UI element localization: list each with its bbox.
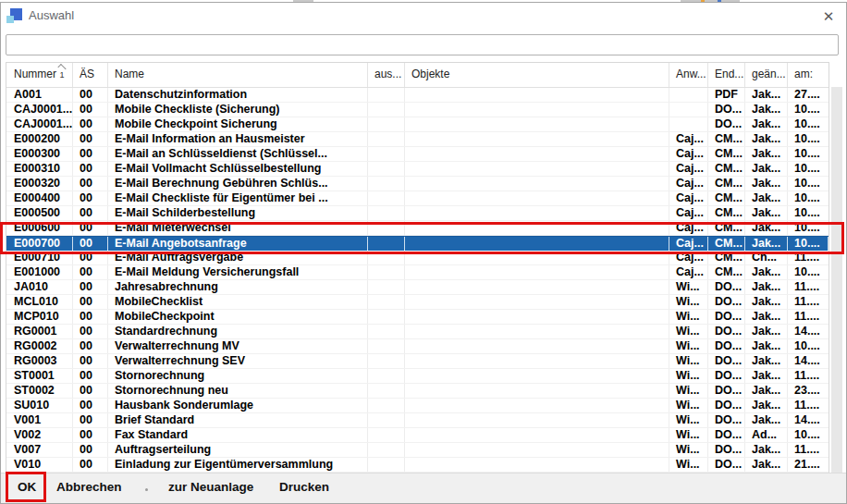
cell-geaen: Jak... (745, 280, 788, 294)
cell-aus (368, 399, 405, 412)
cell-objekte (405, 428, 669, 442)
table-row[interactable]: MCP010 00 MobileCheckpoint Wi... DO... J… (6, 310, 829, 325)
template-table: Nummer 1 ÄS Name aus... Objekte Anw... E… (6, 62, 829, 473)
column-header-am[interactable]: am: (788, 63, 829, 87)
table-row[interactable]: SU010 00 Hausbank Sonderumlage Wi... DO.… (6, 399, 829, 413)
cell-nummer: V001 (6, 413, 73, 427)
close-icon[interactable]: ✕ (818, 6, 839, 27)
table-row[interactable]: A001 00 Datenschutzinformation PDF Jak..… (6, 88, 829, 103)
column-header-label: Nummer (14, 68, 56, 80)
print-button[interactable]: Drucken (279, 480, 329, 494)
table-row[interactable]: CAJ0001... 00 Mobile Checkliste (Sicheru… (6, 103, 829, 117)
table-row[interactable]: V010 00 Einladung zur Eigentümerversamml… (6, 458, 829, 473)
new-entry-button[interactable]: zur Neuanlage (168, 480, 253, 494)
cell-geaen: Jak... (745, 458, 788, 472)
cell-geaen: Jak... (745, 206, 788, 220)
cell-nummer: ST0002 (6, 384, 73, 398)
table-row[interactable]: CAJ0001... 00 Mobile Checkpoint Sicherun… (6, 117, 829, 132)
cell-objekte (405, 399, 669, 412)
cell-nummer: E000200 (6, 132, 73, 146)
table-row[interactable]: E000710 00 E-Mail Auftragsvergabe Caj...… (6, 251, 829, 265)
cell-aus (368, 458, 405, 472)
table-row[interactable]: E000500 00 E-Mail Schilderbestellung Caj… (6, 206, 829, 221)
column-header-nummer[interactable]: Nummer 1 (6, 63, 73, 87)
table-row[interactable]: E000400 00 E-Mail Checkliste für Eigentü… (6, 191, 829, 206)
cell-anw: Caj... (669, 206, 708, 220)
table-row[interactable]: ST0002 00 Stornorechnung neu Wi... DO...… (6, 384, 829, 399)
cell-am: 14.... (788, 413, 829, 427)
column-header-aus[interactable]: aus... (368, 63, 405, 87)
cell-anw: Caj... (669, 162, 708, 176)
cell-anw: Caj... (669, 191, 708, 205)
table-row[interactable]: ST0001 00 Stornorechnung Wi... DO... Jak… (6, 369, 829, 384)
table-row[interactable]: E000600 00 E-Mail Mieterwechsel Caj... C… (6, 221, 829, 236)
table-row[interactable]: RG0003 00 Verwalterrechnung SEV Wi... DO… (6, 354, 829, 369)
table-row[interactable]: E001000 00 E-Mail Meldung Versicherungsf… (6, 265, 829, 280)
cell-geaen: Ch... (745, 251, 788, 264)
table-row[interactable]: E000310 00 E-Mail Vollmacht Schlüsselbes… (6, 162, 829, 177)
cell-objekte (405, 310, 669, 324)
table-row[interactable]: E000200 00 E-Mail Information an Hausmei… (6, 132, 829, 147)
cell-am: 10.... (788, 103, 829, 117)
cell-nummer: A001 (6, 88, 73, 102)
column-header-aes[interactable]: ÄS (73, 63, 108, 87)
cell-geaen: Jak... (745, 221, 788, 235)
cell-geaen: Jak... (745, 177, 788, 191)
cell-nummer: MCL010 (6, 295, 73, 309)
cell-nummer: E000500 (6, 206, 73, 220)
cell-nummer: CAJ0001... (6, 103, 73, 117)
table-row[interactable]: E000300 00 E-Mail an Schlüsseldienst (Sc… (6, 147, 829, 162)
titlebar: Auswahl ✕ (1, 3, 846, 31)
cell-geaen: Jak... (745, 147, 788, 161)
table-row[interactable]: V002 00 Fax Standard Wi... DO... Ad... 1… (6, 428, 829, 443)
table-row[interactable]: V007 00 Auftragserteilung Wi... DO... Ja… (6, 443, 829, 458)
column-header-anw[interactable]: Anw... (669, 63, 708, 87)
cell-anw: Wi... (669, 295, 708, 309)
cell-name: E-Mail Vollmacht Schlüsselbestellung (108, 162, 368, 176)
table-row[interactable]: V001 00 Brief Standard Wi... DO... Jak..… (6, 413, 829, 428)
cell-anw: Wi... (669, 369, 708, 383)
cell-aus (368, 295, 405, 309)
cell-nummer: V010 (6, 458, 73, 472)
cell-anw: Wi... (669, 384, 708, 398)
cell-name: Stornorechnung (108, 369, 368, 383)
vertical-scrollbar[interactable] (831, 87, 842, 473)
table-row[interactable]: RG0002 00 Verwalterrechnung MV Wi... DO.… (6, 339, 829, 354)
table-row[interactable]: RG0001 00 Standardrechnung Wi... DO... J… (6, 325, 829, 339)
cell-end: CM... (708, 191, 745, 205)
cell-objekte (405, 132, 669, 146)
table-row[interactable]: E000320 00 E-Mail Berechnung Gebühren Sc… (6, 177, 829, 191)
column-header-geaen[interactable]: geän... (745, 63, 788, 87)
column-header-name[interactable]: Name (108, 63, 368, 87)
filter-input[interactable] (6, 34, 839, 55)
cell-geaen: Jak... (745, 117, 788, 131)
cancel-button[interactable]: Abbrechen (56, 480, 122, 494)
cell-geaen: Jak... (745, 103, 788, 117)
cell-end: CM... (708, 237, 745, 251)
column-header-end[interactable]: End... (708, 63, 745, 87)
cell-aus (368, 251, 405, 264)
cell-nummer: RG0003 (6, 354, 73, 368)
cell-am: 10.... (788, 132, 829, 146)
ok-button[interactable]: OK (18, 480, 36, 494)
cell-aus (368, 369, 405, 383)
column-header-objekte[interactable]: Objekte (405, 63, 669, 87)
cell-aus (368, 310, 405, 324)
cell-end: DO... (708, 339, 745, 353)
cell-objekte (405, 295, 669, 309)
cell-name: Datenschutzinformation (108, 88, 368, 102)
cell-geaen: Jak... (745, 369, 788, 383)
cell-am: 27.... (788, 88, 829, 102)
table-row[interactable]: MCL010 00 MobileChecklist Wi... DO... Ja… (6, 295, 829, 310)
cell-end: CM... (708, 251, 745, 264)
cell-name: Mobile Checkliste (Sicherung) (108, 103, 368, 117)
table-row[interactable]: JA010 00 Jahresabrechnung Wi... DO... Ja… (6, 280, 829, 295)
cell-aes: 00 (73, 206, 108, 220)
table-row[interactable]: E000700 00 E-Mail Angebotsanfrage Caj...… (6, 236, 829, 251)
cell-geaen: Jak... (745, 265, 788, 279)
cell-geaen: Ad... (745, 428, 788, 442)
cell-end: DO... (708, 280, 745, 294)
cell-name: E-Mail Schilderbestellung (108, 206, 368, 220)
cell-aes: 00 (73, 295, 108, 309)
cell-name: Stornorechnung neu (108, 384, 368, 398)
